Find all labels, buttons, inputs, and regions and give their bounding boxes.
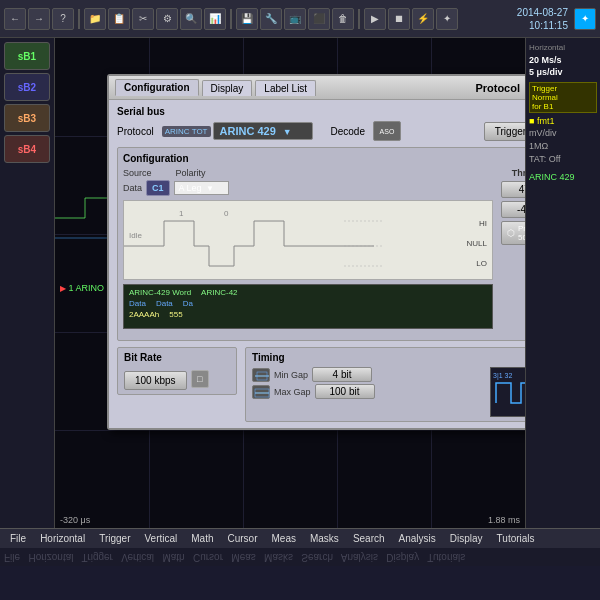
- ch-sb1-btn[interactable]: sB1: [4, 42, 50, 70]
- ch-sb4-btn[interactable]: sB4: [4, 135, 50, 163]
- source-row: Source Polarity Data C1 A Leg ▼: [123, 168, 493, 196]
- bitrate-section: Bit Rate 100 kbps □: [117, 347, 237, 422]
- menu-file[interactable]: File: [4, 529, 32, 548]
- extra-btn1[interactable]: ⚡: [412, 8, 434, 30]
- menu-analysis[interactable]: Analysis: [393, 529, 442, 548]
- trigger-setup-btn[interactable]: Trigger Setup ▶: [484, 122, 525, 141]
- threshold-lo-btn[interactable]: -470 mV: [501, 201, 525, 218]
- compass-btn[interactable]: ✦: [574, 8, 596, 30]
- trigger-indicator: Trigger Normal for B1: [529, 82, 597, 113]
- config-label: Configuration: [123, 153, 525, 164]
- svg-text:3|1 32: 3|1 32: [493, 372, 512, 380]
- bitrate-icon[interactable]: □: [191, 370, 209, 388]
- config-btn[interactable]: 🔧: [260, 8, 282, 30]
- right-panel: Horizontal 20 Ms/s 5 μs/div Trigger Norm…: [525, 38, 600, 528]
- protocol-dialog: Configuration Display Label List Protoco…: [107, 74, 525, 430]
- top-toolbar: ← → ? 📁 📋 ✂ ⚙ 🔍 📊 💾 🔧 📺 ⬛ 🗑 ▶ ⏹ ⚡ ✦ 2014…: [0, 0, 600, 38]
- ch-sb3-btn[interactable]: sB3: [4, 104, 50, 132]
- menu-display[interactable]: Display: [444, 529, 489, 548]
- data-col-label: Data: [123, 183, 142, 193]
- bitrate-box: Bit Rate 100 kbps □: [117, 347, 237, 395]
- source-col-label: Source: [123, 168, 152, 178]
- menu-cursor[interactable]: Cursor: [222, 529, 264, 548]
- data-row-1: Data Data Da: [126, 298, 490, 309]
- max-gap-label: Max Gap: [274, 387, 311, 397]
- decode-icon[interactable]: ASO: [373, 121, 401, 141]
- play-btn[interactable]: ▶: [364, 8, 386, 30]
- tab-display[interactable]: Display: [202, 80, 253, 96]
- timing-box: Timing: [245, 347, 525, 422]
- menu-math[interactable]: Math: [185, 529, 219, 548]
- date-line: 2014-08-27: [517, 6, 568, 19]
- rp-arinc: ARINC 429: [529, 171, 597, 184]
- dialog-titlebar: Configuration Display Label List Protoco…: [109, 76, 525, 100]
- timing-diagram: 3|1 32 1 2: [490, 367, 525, 417]
- min-gap-icon: [252, 368, 270, 382]
- min-gap-row: Min Gap 4 bit: [252, 367, 484, 382]
- save-btn[interactable]: 💾: [236, 8, 258, 30]
- back-btn[interactable]: ←: [4, 8, 26, 30]
- timing-label: Timing: [252, 352, 525, 363]
- time-label-left: -320 μs: [60, 515, 90, 525]
- polarity-select[interactable]: A Leg ▼: [174, 181, 229, 195]
- menu-meas[interactable]: Meas: [266, 529, 302, 548]
- ch-sb2-btn[interactable]: sB2: [4, 73, 50, 101]
- protocol-select[interactable]: ARINC 429 ▼: [213, 122, 313, 140]
- left-sidebar: sB1 sB2 sB3 sB4: [0, 38, 55, 528]
- serial-bus-label: Serial bus: [117, 106, 525, 117]
- delete-btn[interactable]: 🗑: [332, 8, 354, 30]
- min-gap-input[interactable]: 4 bit: [312, 367, 372, 382]
- settings-btn[interactable]: ⚙: [156, 8, 178, 30]
- ch1-indicator: ■: [529, 116, 534, 126]
- waveform-display: Idle 1 0 HI NULL LO: [123, 200, 493, 280]
- source-badge[interactable]: C1: [146, 180, 170, 196]
- menu-trigger[interactable]: Trigger: [93, 529, 136, 548]
- bottom-menu: File Horizontal Trigger Vertical Math Cu…: [0, 528, 600, 548]
- threshold-hi-btn[interactable]: 470 mV: [501, 181, 525, 198]
- tab-label-list[interactable]: Label List: [255, 80, 316, 96]
- help-btn[interactable]: ?: [52, 8, 74, 30]
- data-row-2: 2AAAAh 555: [126, 309, 490, 320]
- zoom-btn[interactable]: 🔍: [180, 8, 202, 30]
- folder-btn[interactable]: 📁: [84, 8, 106, 30]
- dialog-waveform-svg: [124, 201, 492, 279]
- sep3: [358, 9, 360, 29]
- bottom-menu-reflected: File Horizontal Trigger Vertical Math Cu…: [0, 548, 600, 566]
- sep2: [230, 9, 232, 29]
- data-row-0: ARINC-429 Word ARINC-42: [126, 287, 490, 298]
- max-gap-icon: [252, 385, 270, 399]
- protocol-badge: ARINC TOT: [162, 126, 211, 137]
- timing-section: Timing: [245, 347, 525, 422]
- bitrate-label: Bit Rate: [124, 352, 230, 363]
- dialog-title: Protocol: [475, 82, 520, 94]
- tab-configuration[interactable]: Configuration: [115, 79, 199, 96]
- paste-btn[interactable]: 📋: [108, 8, 130, 30]
- data-table: ARINC-429 Word ARINC-42 Data Data Da 2AA…: [123, 284, 493, 329]
- preset-icon: ⬡: [507, 228, 515, 238]
- bitrate-btn[interactable]: 100 kbps: [124, 371, 187, 390]
- config-section: Configuration Source Polarity: [117, 147, 525, 341]
- sep1: [78, 9, 80, 29]
- reflected-text: File Horizontal Trigger Vertical Math Cu…: [4, 552, 465, 563]
- chart-btn[interactable]: 📊: [204, 8, 226, 30]
- max-gap-row: Max Gap 100 bit: [252, 384, 484, 399]
- menu-vertical[interactable]: Vertical: [138, 529, 183, 548]
- monitor-btn[interactable]: 📺: [284, 8, 306, 30]
- dialog-body: Serial bus Protocol ARINC TOT ARINC 429 …: [109, 100, 525, 428]
- menu-horizontal[interactable]: Horizontal: [34, 529, 91, 548]
- cut-btn[interactable]: ✂: [132, 8, 154, 30]
- main-content: sB1 sB2 sB3 sB4 ▶ 1 ARINO: [0, 38, 600, 528]
- datetime-display: 2014-08-27 10:11:15: [517, 6, 568, 32]
- preset-btn[interactable]: ⬡ Preset 50% ✓: [501, 221, 525, 245]
- menu-masks[interactable]: Masks: [304, 529, 345, 548]
- rp-ch1: ■ fmt1 mV/div 1MΩ TAT: Off: [529, 115, 597, 165]
- menu-search[interactable]: Search: [347, 529, 391, 548]
- menu-tutorials[interactable]: Tutorials: [491, 529, 541, 548]
- square-btn[interactable]: ⬛: [308, 8, 330, 30]
- max-gap-input[interactable]: 100 bit: [315, 384, 375, 399]
- stop-btn[interactable]: ⏹: [388, 8, 410, 30]
- extra-btn2[interactable]: ✦: [436, 8, 458, 30]
- scope-area: ▶ 1 ARINO -320 μs 1.88 ms Configuration …: [55, 38, 525, 528]
- forward-btn[interactable]: →: [28, 8, 50, 30]
- time-line: 10:11:15: [517, 19, 568, 32]
